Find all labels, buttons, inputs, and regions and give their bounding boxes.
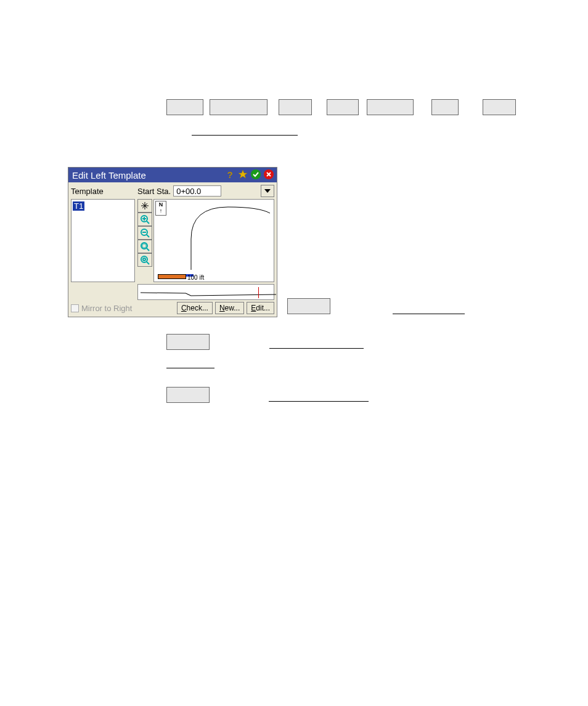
dialog-titlebar: Edit Left Template ? bbox=[68, 168, 277, 182]
svg-rect-13 bbox=[142, 244, 146, 248]
side-box-2 bbox=[166, 334, 210, 350]
svg-line-9 bbox=[147, 235, 149, 237]
svg-marker-3 bbox=[264, 189, 271, 193]
zoom-out-icon[interactable] bbox=[137, 226, 152, 240]
profile-view[interactable] bbox=[137, 284, 274, 300]
zoom-previous-icon[interactable] bbox=[137, 253, 152, 267]
top-box-7 bbox=[483, 99, 516, 115]
svg-point-1 bbox=[251, 169, 261, 179]
zoom-extents-icon[interactable] bbox=[137, 199, 152, 213]
svg-line-15 bbox=[147, 262, 149, 264]
top-box-6 bbox=[431, 99, 459, 115]
top-box-4 bbox=[327, 99, 359, 115]
svg-line-5 bbox=[147, 221, 149, 224]
close-icon[interactable] bbox=[263, 169, 274, 180]
check-button-rest: heck... bbox=[187, 304, 208, 312]
ok-icon[interactable] bbox=[250, 169, 261, 180]
underline-3 bbox=[269, 347, 364, 349]
north-indicator: N ↑ bbox=[155, 201, 166, 216]
top-box-1 bbox=[166, 99, 203, 115]
zoom-window-icon[interactable] bbox=[137, 240, 152, 253]
edit-button[interactable]: Edit... bbox=[247, 302, 274, 314]
start-sta-input[interactable] bbox=[173, 185, 221, 197]
svg-point-14 bbox=[141, 256, 147, 262]
mirror-to-right-label: Mirror to Right bbox=[81, 304, 132, 313]
profile-line bbox=[141, 290, 276, 298]
dialog-title: Edit Left Template bbox=[72, 170, 146, 181]
north-letter: N bbox=[159, 201, 163, 208]
start-sta-label: Start Sta. bbox=[137, 187, 171, 196]
help-icon[interactable]: ? bbox=[224, 169, 235, 180]
underline-5 bbox=[269, 400, 369, 402]
edit-left-template-dialog: Edit Left Template ? Template Start Sta. bbox=[68, 167, 277, 317]
scale-bar bbox=[158, 274, 186, 279]
scale-text: 100 ift bbox=[187, 274, 204, 281]
mirror-to-right-checkbox bbox=[71, 304, 79, 312]
underline-4 bbox=[166, 367, 214, 368]
top-box-3 bbox=[279, 99, 312, 115]
svg-marker-0 bbox=[239, 170, 247, 178]
top-box-5 bbox=[367, 99, 414, 115]
underline-2 bbox=[393, 313, 465, 314]
svg-line-12 bbox=[147, 248, 149, 251]
north-arrow-icon: ↑ bbox=[160, 208, 163, 214]
plan-view[interactable]: N ↑ 100 ift bbox=[153, 199, 274, 282]
check-button[interactable]: Check... bbox=[177, 302, 213, 314]
alignment-curve bbox=[166, 202, 271, 276]
station-dropdown-button[interactable] bbox=[261, 185, 274, 197]
favorite-icon[interactable] bbox=[237, 169, 248, 180]
template-list[interactable]: T1 bbox=[71, 199, 135, 282]
edit-button-rest: dit... bbox=[256, 304, 270, 312]
template-label: Template bbox=[71, 187, 135, 196]
top-box-2 bbox=[210, 99, 267, 115]
new-button-rest: ew... bbox=[225, 304, 240, 312]
profile-station-marker bbox=[258, 287, 259, 298]
side-box-3 bbox=[166, 387, 210, 403]
template-list-item[interactable]: T1 bbox=[73, 201, 84, 211]
underline-1 bbox=[192, 134, 298, 136]
map-toolbar bbox=[137, 199, 152, 282]
svg-point-16 bbox=[143, 258, 145, 261]
side-box-1 bbox=[287, 298, 330, 314]
zoom-in-icon[interactable] bbox=[137, 213, 152, 226]
new-button[interactable]: New... bbox=[215, 302, 244, 314]
